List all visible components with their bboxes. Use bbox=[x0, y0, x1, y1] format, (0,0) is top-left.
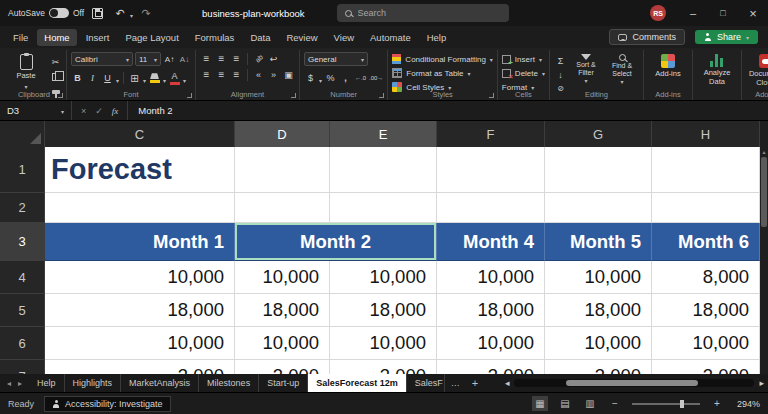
column-header-c[interactable]: C bbox=[45, 121, 235, 147]
underline-button[interactable] bbox=[101, 72, 114, 85]
menu-item-insert[interactable]: Insert bbox=[79, 29, 117, 46]
cell[interactable]: 18,000 bbox=[437, 294, 545, 327]
fill-button[interactable] bbox=[554, 68, 567, 81]
column-header-g[interactable]: G bbox=[545, 121, 652, 147]
menu-item-page-layout[interactable]: Page Layout bbox=[118, 29, 185, 46]
next-sheet-icon[interactable] bbox=[18, 379, 22, 388]
search-input[interactable] bbox=[358, 8, 478, 18]
column-header-f[interactable]: F bbox=[437, 121, 545, 147]
decrease-decimal-button[interactable] bbox=[369, 72, 383, 85]
comma-format-button[interactable] bbox=[339, 72, 352, 85]
normal-view-button[interactable] bbox=[532, 396, 548, 411]
zoom-out-button[interactable] bbox=[607, 396, 623, 411]
cell[interactable] bbox=[437, 147, 545, 193]
increase-indent-button[interactable] bbox=[267, 68, 280, 81]
number-format-select[interactable]: General bbox=[304, 52, 368, 66]
row-header-6[interactable]: 6 bbox=[0, 327, 45, 360]
cut-button[interactable] bbox=[49, 55, 62, 68]
align-center-button[interactable] bbox=[215, 68, 228, 81]
accessibility-button[interactable]: Accessibility: Investigate bbox=[44, 396, 171, 412]
addins-button[interactable]: Add-ins bbox=[648, 52, 688, 79]
horizontal-scrollbar[interactable] bbox=[514, 379, 754, 387]
cell-month-1[interactable]: Month 1 bbox=[45, 223, 235, 261]
zoom-level[interactable]: 294% bbox=[734, 399, 760, 409]
scroll-up-icon[interactable]: ▴ bbox=[760, 148, 768, 155]
sheet-tab-help[interactable]: Help bbox=[29, 374, 65, 392]
sheet-tab-salesforecast-12m[interactable]: SalesForecast 12m bbox=[308, 374, 407, 392]
row-header-3[interactable]: 3 bbox=[0, 223, 45, 261]
sort-filter-button[interactable]: Sort & Filter bbox=[569, 52, 603, 95]
column-header-h[interactable]: H bbox=[652, 121, 760, 147]
scroll-left-icon[interactable] bbox=[505, 378, 510, 388]
redo-button[interactable] bbox=[136, 3, 156, 23]
cell[interactable] bbox=[437, 193, 545, 223]
page-layout-view-button[interactable] bbox=[557, 396, 573, 411]
insert-cells-button[interactable]: Insert bbox=[502, 53, 545, 65]
search-box[interactable] bbox=[337, 4, 509, 22]
underline-chevron-icon[interactable] bbox=[116, 69, 119, 87]
active-cell-month-2[interactable]: Month 2 bbox=[235, 223, 437, 261]
column-header-e[interactable]: E bbox=[330, 121, 437, 147]
sheet-tab-highlights[interactable]: Highlights bbox=[65, 374, 122, 392]
cell[interactable] bbox=[235, 193, 330, 223]
cell[interactable]: 10,000 bbox=[45, 327, 235, 360]
increase-font-button[interactable] bbox=[163, 53, 176, 66]
cell[interactable]: 10,000 bbox=[235, 327, 330, 360]
autosum-button[interactable] bbox=[554, 54, 567, 67]
row-header-2[interactable]: 2 bbox=[0, 193, 45, 223]
cell-c1-title[interactable]: Forecast bbox=[45, 147, 235, 193]
menu-item-formulas[interactable]: Formulas bbox=[188, 29, 242, 46]
previous-sheet-icon[interactable] bbox=[7, 379, 11, 388]
maximize-button[interactable] bbox=[708, 0, 738, 26]
cell[interactable]: 3,000 bbox=[45, 360, 235, 374]
fill-chevron-icon[interactable] bbox=[163, 69, 166, 87]
cell[interactable]: 3,000 bbox=[235, 360, 330, 374]
menu-item-automate[interactable]: Automate bbox=[363, 29, 418, 46]
cell[interactable]: 18,000 bbox=[235, 294, 330, 327]
find-select-button[interactable]: Find & Select bbox=[605, 52, 639, 95]
menu-item-file[interactable]: File bbox=[6, 29, 35, 46]
vertical-scroll-thumb[interactable] bbox=[761, 157, 767, 227]
decrease-indent-button[interactable] bbox=[252, 68, 265, 81]
sheet-tab-salesf[interactable]: SalesF bbox=[407, 374, 445, 392]
page-break-view-button[interactable] bbox=[582, 396, 598, 411]
orientation-button[interactable] bbox=[252, 52, 265, 65]
close-button[interactable] bbox=[738, 0, 768, 26]
dialog-launcher-icon[interactable] bbox=[58, 93, 63, 98]
cell[interactable] bbox=[45, 193, 235, 223]
sheet-tab-startup[interactable]: Start-up bbox=[259, 374, 308, 392]
cell[interactable]: 10,000 bbox=[330, 261, 437, 294]
menu-item-data[interactable]: Data bbox=[243, 29, 277, 46]
scroll-right-icon[interactable] bbox=[759, 378, 764, 388]
undo-button[interactable] bbox=[110, 3, 130, 23]
cell-month-6[interactable]: Month 6 bbox=[652, 223, 760, 261]
dialog-launcher-icon[interactable] bbox=[187, 93, 192, 98]
row-header-1[interactable]: 1 bbox=[0, 147, 45, 193]
font-name-select[interactable]: Calibri bbox=[71, 52, 133, 66]
cell-month-5[interactable]: Month 5 bbox=[545, 223, 652, 261]
confirm-entry-button[interactable] bbox=[95, 106, 103, 116]
align-middle-button[interactable] bbox=[215, 52, 228, 65]
cell[interactable]: 8,000 bbox=[652, 261, 760, 294]
formula-input[interactable]: Month 2 bbox=[128, 105, 182, 116]
cell[interactable]: 18,000 bbox=[330, 294, 437, 327]
currency-format-button[interactable] bbox=[304, 72, 317, 85]
cell[interactable] bbox=[330, 193, 437, 223]
cell[interactable]: 10,000 bbox=[437, 327, 545, 360]
cell[interactable]: 10,000 bbox=[45, 261, 235, 294]
undo-chevron-down-icon[interactable] bbox=[130, 4, 133, 22]
paste-button[interactable]: Paste bbox=[6, 52, 46, 91]
cell[interactable]: 3,000 bbox=[330, 360, 437, 374]
borders-button[interactable] bbox=[128, 72, 141, 85]
cell[interactable]: 3,000 bbox=[652, 360, 760, 374]
zoom-in-button[interactable] bbox=[709, 396, 725, 411]
name-box[interactable]: D3 bbox=[0, 101, 72, 120]
font-color-chevron-icon[interactable] bbox=[183, 69, 186, 87]
comments-button[interactable]: Comments bbox=[609, 29, 685, 45]
cell[interactable] bbox=[235, 147, 330, 193]
column-header-d[interactable]: D bbox=[235, 121, 330, 147]
delete-cells-button[interactable]: Delete bbox=[502, 67, 545, 79]
align-top-button[interactable] bbox=[200, 52, 213, 65]
currency-chevron-icon[interactable] bbox=[319, 69, 322, 87]
borders-chevron-icon[interactable] bbox=[143, 69, 146, 87]
